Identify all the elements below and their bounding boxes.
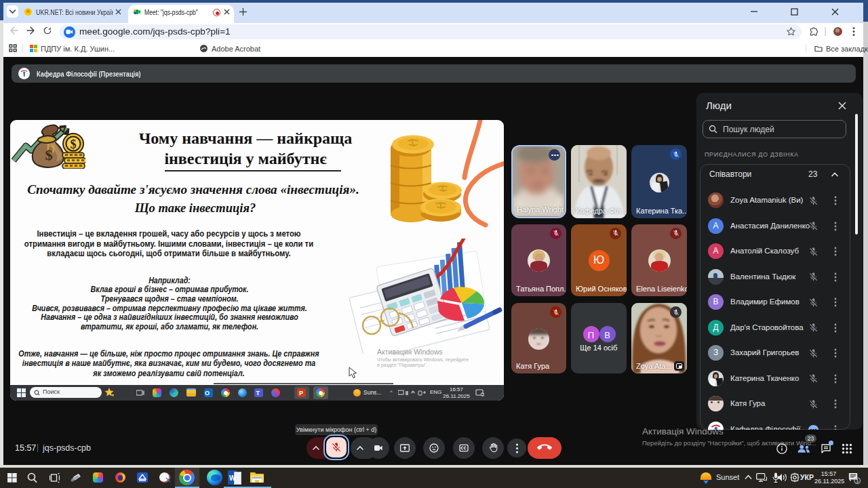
svg-text:1: 1 — [856, 478, 859, 484]
svg-text:2: 2 — [481, 392, 484, 396]
svg-text:$: $ — [45, 146, 53, 163]
svg-text:$: $ — [71, 138, 77, 151]
